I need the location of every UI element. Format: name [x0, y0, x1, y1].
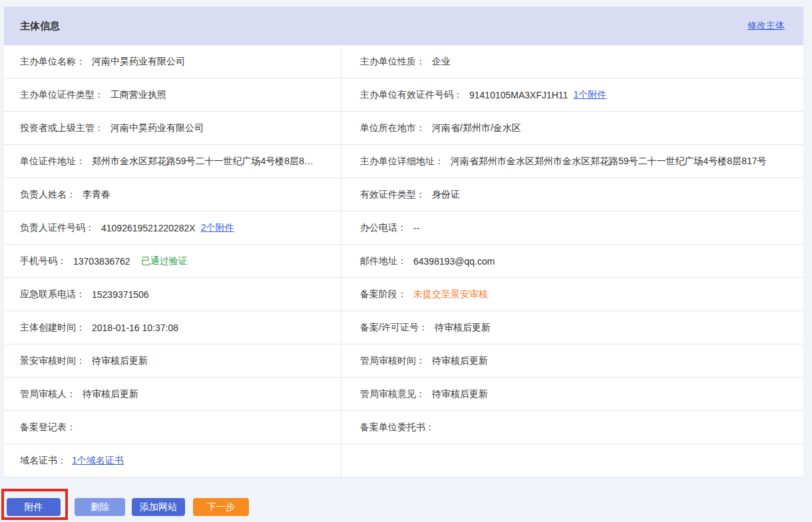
field-bureau-review-opinion: 管局审核意见： 待审核后更新: [341, 378, 803, 410]
table-row: 应急联系电话： 15239371506 备案阶段： 未提交至景安审核: [4, 278, 803, 311]
table-row: 主办单位证件类型： 工商营业执照 主办单位有效证件号码： 91410105MA3…: [4, 78, 803, 112]
field-domain-certificate: 域名证书： 1个域名证书: [4, 444, 341, 477]
attachments-link[interactable]: 2个附件: [201, 222, 234, 234]
field-label: 备案/许可证号：: [360, 322, 428, 334]
field-value: 待审核后更新: [432, 355, 488, 367]
field-jingan-review-time: 景安审核时间： 待审核后更新: [4, 344, 341, 377]
field-label: 管局审核人：: [20, 388, 76, 400]
field-label: 手机号码：: [20, 255, 67, 267]
field-label: 备案单位委托书：: [360, 422, 435, 434]
field-office-phone: 办公电话： --: [341, 211, 803, 244]
field-emergency-phone: 应急联系电话： 15239371506: [4, 278, 341, 311]
field-label: 单位所在地市：: [360, 122, 425, 134]
attachments-link[interactable]: 1个附件: [573, 89, 606, 101]
table-row: 管局审核人： 待审核后更新 管局审核意见： 待审核后更新: [4, 378, 803, 411]
field-cert-type: 有效证件类型： 身份证: [341, 178, 803, 211]
field-value: 64398193@qq.com: [413, 256, 495, 267]
table-row: 投资者或上级主管： 河南中昊药业有限公司 单位所在地市： 河南省/郑州市/金水区: [4, 112, 803, 145]
field-label: 投资者或上级主管：: [20, 122, 104, 134]
field-label: 主办单位有效证件号码：: [360, 89, 463, 101]
field-bureau-reviewer: 管局审核人： 待审核后更新: [4, 378, 341, 410]
filing-stage-status: 未提交至景安审核: [413, 289, 488, 301]
field-value: 91410105MA3XFJ1H11: [469, 90, 568, 100]
table-row: 手机号码： 13703836762 已通过验证 邮件地址： 64398193@q…: [4, 245, 803, 278]
field-label: 域名证书：: [20, 455, 67, 467]
edit-subject-link[interactable]: 修改主体: [747, 20, 785, 32]
panel-header: 主体信息 修改主体: [4, 7, 803, 45]
field-value: 待审核后更新: [432, 388, 488, 400]
field-value: 41092619521220282X: [101, 223, 196, 233]
field-value: 2018-01-16 10:37:08: [92, 323, 178, 333]
field-mobile-number: 手机号码： 13703836762 已通过验证: [4, 245, 341, 277]
field-label: 管局审核意见：: [360, 388, 425, 400]
field-label: 景安审核时间：: [20, 355, 85, 367]
field-principal-cert-number: 负责人证件号码： 41092619521220282X 2个附件: [4, 211, 341, 244]
field-value: 15239371506: [92, 289, 149, 300]
add-website-button[interactable]: 添加网站: [132, 498, 185, 516]
field-investor-or-superior: 投资者或上级主管： 河南中昊药业有限公司: [4, 112, 341, 144]
field-value: 待审核后更新: [83, 388, 138, 400]
field-value: 企业: [432, 56, 451, 68]
field-email-address: 邮件地址： 64398193@qq.com: [341, 245, 803, 277]
field-value: 待审核后更新: [92, 355, 148, 367]
field-host-unit-nature: 主办单位性质： 企业: [341, 45, 803, 78]
table-row: 景安审核时间： 待审核后更新 管局审核时间： 待审核后更新: [4, 344, 803, 378]
next-step-button[interactable]: 下一步: [193, 498, 249, 516]
field-label: 管局审核时间：: [360, 355, 425, 367]
field-filing-license-number: 备案/许可证号： 待审核后更新: [341, 311, 803, 344]
field-label: 主办单位名称：: [20, 56, 85, 68]
field-subject-created-time: 主体创建时间： 2018-01-16 10:37:08: [4, 311, 341, 344]
field-label: 主体创建时间：: [20, 322, 85, 334]
field-host-unit-cert-type: 主办单位证件类型： 工商营业执照: [4, 78, 341, 111]
table-row: 主体创建时间： 2018-01-16 10:37:08 备案/许可证号： 待审核…: [4, 311, 803, 344]
field-value: 13703836762: [73, 256, 130, 267]
table-row: 负责人姓名： 李青春 有效证件类型： 身份证: [4, 178, 803, 211]
field-value: 郑州市金水区郑花路59号二十一世纪广场4号楼8层8…: [92, 156, 313, 168]
field-unit-city: 单位所在地市： 河南省/郑州市/金水区: [341, 112, 803, 144]
table-row: 备案登记表： 备案单位委托书：: [4, 411, 803, 444]
field-label: 邮件地址：: [360, 255, 407, 267]
field-bureau-review-time: 管局审核时间： 待审核后更新: [341, 344, 803, 377]
panel-title: 主体信息: [20, 20, 60, 33]
empty-cell: [341, 444, 803, 477]
verified-badge: 已通过验证: [141, 255, 188, 267]
field-label: 办公电话：: [360, 222, 407, 234]
domain-certificate-link[interactable]: 1个域名证书: [72, 455, 124, 467]
delete-button[interactable]: 删除: [75, 498, 125, 516]
field-value: 工商营业执照: [110, 89, 166, 101]
field-value: 河南省郑州市金水区郑州市金水区郑花路59号二十一世纪广场4号楼8层817号: [451, 156, 767, 168]
field-label: 主办单位详细地址：: [360, 156, 444, 168]
field-value: 河南中昊药业有限公司: [92, 56, 185, 68]
field-host-unit-name: 主办单位名称： 河南中昊药业有限公司: [4, 45, 341, 78]
field-label: 有效证件类型：: [360, 189, 425, 201]
action-bar: 附件 删除 添加网站 下一步: [0, 477, 812, 522]
table-row: 主办单位名称： 河南中昊药业有限公司 主办单位性质： 企业: [4, 45, 803, 78]
field-host-unit-detail-address: 主办单位详细地址： 河南省郑州市金水区郑州市金水区郑花路59号二十一世纪广场4号…: [341, 145, 803, 178]
field-label: 备案登记表：: [20, 422, 76, 434]
field-label: 备案阶段：: [360, 289, 407, 301]
field-value: 河南省/郑州市/金水区: [432, 122, 521, 134]
field-value: 身份证: [432, 189, 460, 201]
field-label: 主办单位性质：: [360, 56, 425, 68]
table-row: 负责人证件号码： 41092619521220282X 2个附件 办公电话： -…: [4, 211, 803, 245]
attachment-button[interactable]: 附件: [7, 498, 61, 516]
field-value: --: [413, 223, 419, 233]
table-row: 单位证件地址： 郑州市金水区郑花路59号二十一世纪广场4号楼8层8… 主办单位详…: [4, 145, 803, 178]
field-filing-unit-authorization: 备案单位委托书：: [341, 411, 803, 444]
field-principal-name: 负责人姓名： 李青春: [4, 178, 341, 211]
field-label: 单位证件地址：: [20, 156, 85, 168]
table-row: 域名证书： 1个域名证书: [4, 444, 803, 477]
field-value: 河南中昊药业有限公司: [110, 122, 204, 134]
field-value: 待审核后更新: [435, 322, 491, 334]
subject-info-panel: 主体信息 修改主体 主办单位名称： 河南中昊药业有限公司 主办单位性质： 企业 …: [4, 7, 803, 477]
field-unit-cert-address: 单位证件地址： 郑州市金水区郑花路59号二十一世纪广场4号楼8层8…: [4, 145, 341, 178]
field-label: 负责人姓名：: [20, 189, 76, 201]
field-filing-stage: 备案阶段： 未提交至景安审核: [341, 278, 803, 311]
field-host-unit-cert-number: 主办单位有效证件号码： 91410105MA3XFJ1H11 1个附件: [341, 78, 803, 111]
field-filing-registration-form: 备案登记表：: [4, 411, 341, 444]
field-value: 李青春: [83, 189, 110, 201]
field-label: 主办单位证件类型：: [20, 89, 104, 101]
field-label: 负责人证件号码：: [20, 222, 95, 234]
field-label: 应急联系电话：: [20, 289, 85, 301]
